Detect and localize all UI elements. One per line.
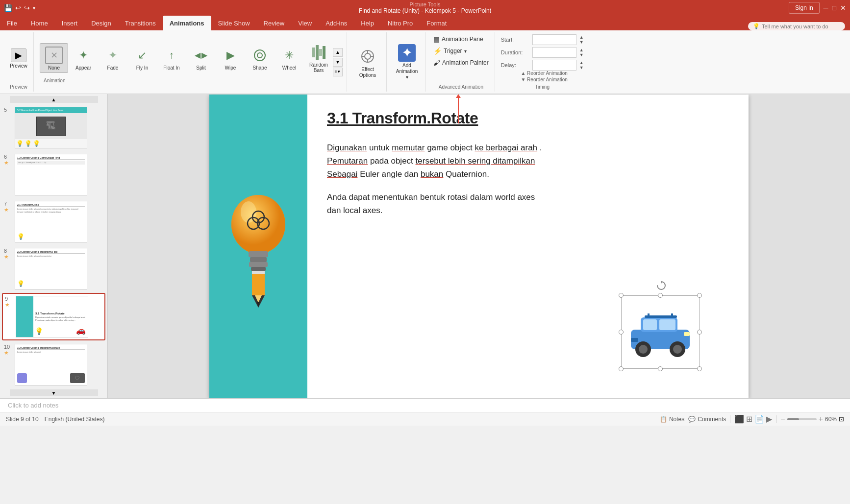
anim-flyin-button[interactable]: ↙ Fly In [128,44,156,72]
undo-icon[interactable]: ↩ [15,4,21,12]
anim-appear-button[interactable]: ✦ Appear [69,44,98,72]
scroll-up-arrow[interactable]: ▲ [333,48,343,57]
scroll-down-arrow[interactable]: ▼ [333,58,343,67]
duration-input[interactable] [532,47,576,58]
notes-button[interactable]: 📋 Notes [660,416,684,423]
handle-topright[interactable] [697,293,702,298]
tab-transitions[interactable]: Transitions [118,16,163,30]
trigger-button[interactable]: ⚡ Trigger ▾ [431,46,469,56]
handle-midleft[interactable] [619,330,624,335]
fit-slide-icon[interactable]: ⊡ [839,415,844,423]
save-icon[interactable]: 💾 [4,4,12,12]
slideshow-icon[interactable]: ▶ [766,414,772,424]
body-text-underline-6: Sebagai [327,169,357,179]
anim-randombars-button[interactable]: Random Bars [304,41,333,75]
anim-fade-button[interactable]: ✦ Fade [99,44,127,72]
tab-file[interactable]: File [0,16,24,30]
body-text-8: dan local axes. [327,206,382,215]
panel-scroll-up[interactable]: ▲ [10,96,98,103]
reorder-up-button[interactable]: ▲ Reorder Animation [521,71,568,76]
tab-format[interactable]: Format [420,16,453,30]
panel-scroll-down[interactable]: ▼ [10,389,98,396]
animation-pane-icon: ▤ [433,35,440,43]
anim-shape-label: Shape [253,65,267,71]
trigger-icon: ⚡ [433,47,442,55]
handle-midright[interactable] [697,330,702,335]
tab-home[interactable]: Home [24,16,55,30]
handle-botleft[interactable] [619,366,624,371]
customize-qat-icon[interactable]: ▾ [33,5,35,11]
zoom-in-icon[interactable]: + [819,415,823,424]
handle-topleft[interactable] [619,293,624,298]
handle-botmid[interactable] [658,366,663,371]
animation-painter-button[interactable]: 🖌 Animation Painter [431,58,491,68]
notes-icon: 📋 [660,416,667,423]
tab-help[interactable]: Help [354,16,381,30]
anim-none-button[interactable]: ✕ None [40,43,68,73]
anim-shape-button[interactable]: Shape [246,44,274,72]
slide-num-10: 10 [4,344,12,350]
shape-icon [250,46,270,65]
preview-button[interactable]: ▶ Preview [8,47,29,70]
tab-design[interactable]: Design [84,16,118,30]
delay-down-arrow[interactable]: ▼ [579,65,584,70]
tab-view[interactable]: View [291,16,319,30]
quick-access-toolbar[interactable]: 💾 ↩ ↪ ▾ [4,4,35,12]
anim-floatin-button[interactable]: ↑ Float In [157,44,186,72]
duration-up-arrow[interactable]: ▲ [579,48,584,52]
animation-pane-button[interactable]: ▤ Animation Pane [431,34,485,44]
anim-split-button[interactable]: ◀ ▶ Split [187,44,215,72]
slide-count: Slide 9 of 10 [6,416,39,423]
delay-input[interactable] [532,60,576,71]
handle-botright[interactable] [697,366,702,371]
anim-wheel-button[interactable]: ✳ Wheel [275,44,303,72]
duration-down-arrow[interactable]: ▼ [579,52,584,57]
slide-thumbnail-6[interactable]: 6 ★ 1.2 Contoh Coding GameObjact Find va… [2,152,105,197]
body-text-1: untuk [369,143,392,152]
slide-star-8: ★ [4,254,12,260]
start-up-arrow[interactable]: ▲ [579,35,584,40]
reorder-down-button[interactable]: ▼ Reorder Animation [521,77,568,82]
tab-nitropro[interactable]: Nitro Pro [381,16,420,30]
close-icon[interactable]: ✕ [840,4,846,12]
tab-addins[interactable]: Add-ins [319,16,354,30]
car-selection[interactable] [621,295,700,369]
effect-options-button[interactable]: EffectOptions [353,44,382,80]
tab-review[interactable]: Review [257,16,292,30]
maximize-icon[interactable]: □ [832,4,836,12]
slide-sorter-icon[interactable]: ⊞ [746,414,752,424]
slide-thumbnail-9[interactable]: 9 ★ 3.1 Transform.Rotate Digunakan untuk… [2,293,105,340]
redo-icon[interactable]: ↪ [24,4,30,12]
zoom-out-icon[interactable]: − [780,415,785,424]
start-input[interactable] [532,34,576,45]
rotate-handle[interactable] [656,281,664,288]
timing-group: Start: ▲ ▼ Duration: ▲ ▼ Delay [497,32,588,92]
anim-wipe-button[interactable]: ▶ Wipe [216,44,245,72]
appear-icon: ✦ [74,46,93,65]
animation-gallery: ✕ None ✦ Appear [40,41,333,75]
tab-insert[interactable]: Insert [55,16,85,30]
normal-view-icon[interactable]: ⬛ [734,414,744,424]
slide-thumbnail-10[interactable]: 10 ★ 3.2 Contoh Coding Transform.Rotate … [2,342,105,387]
minimize-icon[interactable]: ─ [824,4,828,12]
slide-thumbnail-5[interactable]: 5 5.2 Menambahkan PauseObject dan Seret … [2,105,105,150]
body-text-underline-4: Pemutaran [327,156,368,166]
tell-me-input[interactable] [762,24,840,29]
tab-slideshow[interactable]: Slide Show [211,16,257,30]
fade-icon: ✦ [103,46,123,65]
tab-animations[interactable]: Animations [163,16,211,30]
notes-bar[interactable]: Click to add notes [0,398,850,412]
slide-thumbnail-8[interactable]: 8 ★ 2.2 Contoh Coding Transform.Find Lor… [2,246,105,291]
handle-topmid[interactable] [658,293,663,298]
animation-painter-label: Animation Painter [442,59,489,66]
split-icon: ◀ ▶ [191,46,211,65]
comments-button[interactable]: 💬 Comments [688,416,726,423]
signin-button[interactable]: Sign in [789,2,820,14]
slide-thumbnail-7[interactable]: 7 ★ 2.1 Transform.Find Lorem ipsum dolor… [2,199,105,244]
reading-view-icon[interactable]: 📄 [754,414,764,424]
add-animation-button[interactable]: ✦ AddAnimation ▾ [393,42,421,82]
start-down-arrow[interactable]: ▼ [579,40,584,45]
scroll-more-arrow[interactable]: ≡▼ [333,68,343,76]
delay-up-arrow[interactable]: ▲ [579,60,584,65]
zoom-slider[interactable] [787,418,817,420]
